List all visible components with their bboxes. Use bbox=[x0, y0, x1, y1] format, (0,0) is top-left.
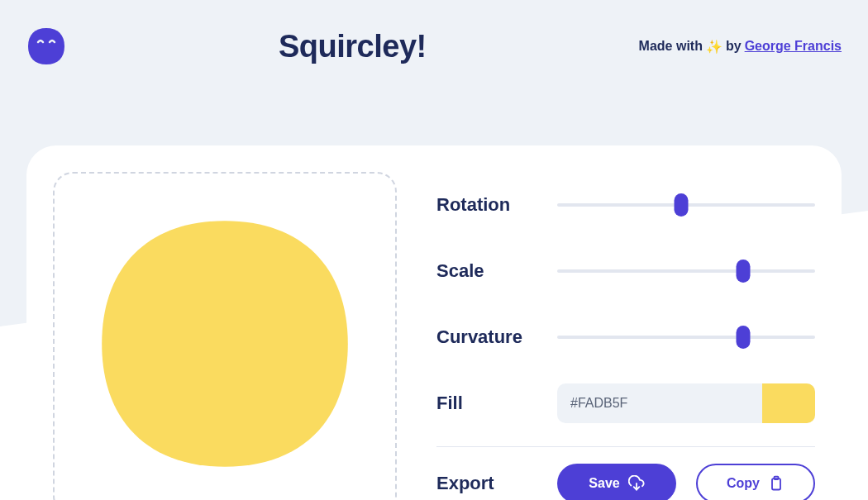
credit-prefix: Made with bbox=[639, 39, 703, 54]
copy-button[interactable]: Copy bbox=[696, 464, 815, 500]
rotation-row: Rotation bbox=[436, 172, 815, 238]
copy-button-label: Copy bbox=[727, 476, 760, 491]
rotation-slider-thumb[interactable] bbox=[674, 193, 688, 217]
fill-input[interactable] bbox=[557, 396, 762, 411]
header: Squircley! Made with ✨ by George Francis bbox=[0, 0, 868, 66]
clipboard-icon bbox=[768, 475, 785, 492]
squircle-shape bbox=[97, 216, 353, 472]
app-logo bbox=[26, 26, 66, 66]
fill-input-wrap bbox=[557, 383, 815, 423]
curvature-slider-thumb[interactable] bbox=[736, 326, 750, 349]
fill-swatch[interactable] bbox=[762, 383, 815, 423]
save-button[interactable]: Save bbox=[557, 464, 676, 500]
credit-by: by bbox=[726, 39, 742, 54]
export-label: Export bbox=[436, 473, 494, 494]
scale-slider-thumb[interactable] bbox=[736, 260, 750, 283]
rotation-label: Rotation bbox=[436, 194, 510, 216]
download-cloud-icon bbox=[628, 475, 645, 492]
export-row: Export Save Copy bbox=[436, 464, 815, 500]
curvature-slider[interactable] bbox=[557, 336, 815, 339]
curvature-label: Curvature bbox=[436, 326, 522, 348]
sparkle-icon: ✨ bbox=[706, 39, 723, 55]
main-card: Rotation Scale Curvature Fill bbox=[26, 145, 842, 500]
preview-box bbox=[53, 172, 397, 500]
rotation-slider[interactable] bbox=[557, 203, 815, 207]
scale-row: Scale bbox=[436, 238, 815, 304]
export-buttons: Save Copy bbox=[557, 464, 815, 500]
app-title: Squircley! bbox=[279, 29, 427, 64]
fill-row: Fill bbox=[436, 370, 815, 436]
svg-rect-0 bbox=[772, 479, 780, 489]
curvature-row: Curvature bbox=[436, 304, 815, 370]
credit-text: Made with ✨ by George Francis bbox=[639, 39, 842, 55]
scale-slider[interactable] bbox=[557, 269, 815, 273]
scale-label: Scale bbox=[436, 260, 484, 282]
fill-label: Fill bbox=[436, 393, 463, 414]
save-button-label: Save bbox=[589, 476, 619, 491]
credit-author-link[interactable]: George Francis bbox=[745, 39, 842, 54]
controls-panel: Rotation Scale Curvature Fill bbox=[436, 172, 815, 500]
divider bbox=[436, 446, 815, 447]
